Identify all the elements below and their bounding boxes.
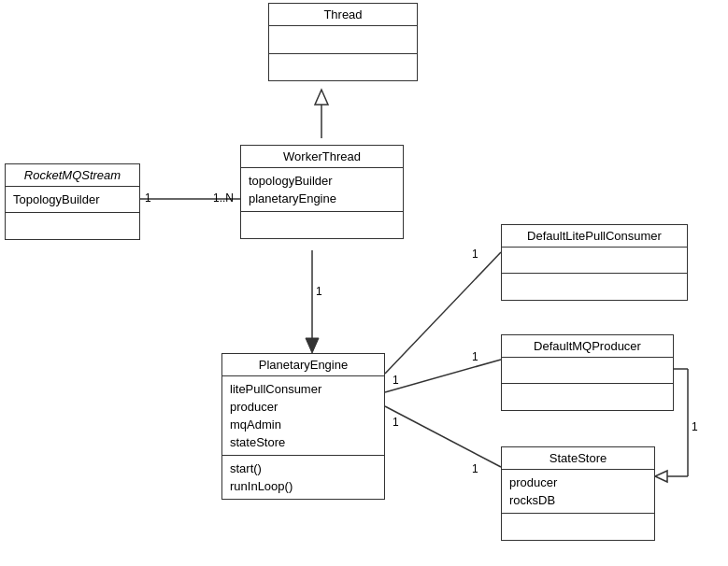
label-one-rocketmq: 1 xyxy=(145,191,151,205)
class-statestore-methods xyxy=(502,514,654,540)
class-workerthread-attrs: topologyBuilder planetaryEngine xyxy=(241,168,403,212)
class-planetaryengine-attrs: litePullConsumer producer mqAdmin stateS… xyxy=(222,376,384,456)
label-one-ss: 1 xyxy=(393,416,399,429)
attr-planetaryengine: planetaryEngine xyxy=(249,190,395,207)
class-rocketmqstream-attrs: TopologyBuilder xyxy=(6,187,139,213)
svg-line-6 xyxy=(385,360,501,392)
class-defaultlitepullconsumer-name: DefaultLitePullConsumer xyxy=(502,225,687,248)
svg-marker-11 xyxy=(655,471,667,482)
label-one-n: 1..N xyxy=(213,191,234,205)
uml-diagram: 1 1..N 1 1 1 1 1 1 1 Thread WorkerThread… xyxy=(0,0,728,566)
label-one-prod: 1 xyxy=(472,350,478,363)
method-runinloop: runInLoop() xyxy=(230,477,377,495)
class-thread-attrs xyxy=(269,26,417,54)
class-planetaryengine-methods: start() runInLoop() xyxy=(222,456,384,499)
class-rocketmqstream-methods xyxy=(6,213,139,239)
label-one-g: 1 xyxy=(692,420,698,433)
class-dlpc-methods xyxy=(502,274,687,300)
svg-line-7 xyxy=(385,406,501,467)
attr-topologybuilder: topologyBuilder xyxy=(249,172,395,190)
class-thread: Thread xyxy=(268,3,418,81)
class-statestore: StateStore producer rocksDB xyxy=(501,446,655,541)
attr-topologybuilder2: TopologyBuilder xyxy=(13,191,132,208)
attr-ss-rocksdb: rocksDB xyxy=(509,491,647,509)
attr-litepullconsumer: litePullConsumer xyxy=(230,380,377,398)
attr-producer: producer xyxy=(230,398,377,416)
class-defaultmqproducer: DefaultMQProducer xyxy=(501,334,674,411)
svg-line-5 xyxy=(385,252,501,374)
label-one-pe-prod: 1 xyxy=(393,374,399,387)
class-dmqp-methods xyxy=(502,384,673,410)
class-dlpc-attrs xyxy=(502,248,687,274)
attr-statestore: stateStore xyxy=(230,433,377,451)
class-workerthread-name: WorkerThread xyxy=(241,146,403,168)
svg-marker-4 xyxy=(306,338,319,353)
class-workerthread-methods xyxy=(241,212,403,238)
svg-marker-1 xyxy=(315,90,328,105)
class-thread-methods xyxy=(269,54,417,80)
class-defaultlitepullconsumer: DefaultLitePullConsumer xyxy=(501,224,688,301)
class-planetaryengine-name: PlanetaryEngine xyxy=(222,354,384,376)
attr-ss-producer: producer xyxy=(509,474,647,491)
label-one-dlpc: 1 xyxy=(472,248,478,261)
class-rocketmqstream: RocketMQStream TopologyBuilder xyxy=(5,163,140,240)
class-dmqp-attrs xyxy=(502,358,673,384)
method-start: start() xyxy=(230,460,377,477)
class-statestore-attrs: producer rocksDB xyxy=(502,470,654,514)
class-defaultmqproducer-name: DefaultMQProducer xyxy=(502,335,673,358)
class-thread-name: Thread xyxy=(269,4,417,26)
class-workerthread: WorkerThread topologyBuilder planetaryEn… xyxy=(240,145,404,239)
attr-mqadmin: mqAdmin xyxy=(230,416,377,433)
class-statestore-name: StateStore xyxy=(502,447,654,470)
label-one-ss2: 1 xyxy=(472,462,478,475)
class-planetaryengine: PlanetaryEngine litePullConsumer produce… xyxy=(221,353,385,500)
label-one-wt-pe: 1 xyxy=(316,285,322,298)
class-rocketmqstream-name: RocketMQStream xyxy=(6,164,139,187)
